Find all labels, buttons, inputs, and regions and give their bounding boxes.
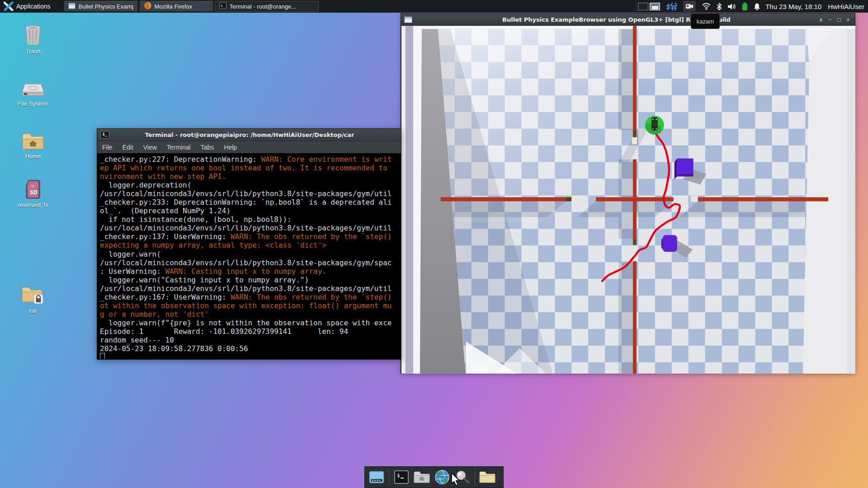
- bullet-window-title: Bullet Physics ExampleBrowser using Open…: [415, 16, 818, 23]
- terminal-line: logger.deprecation(: [100, 181, 401, 189]
- battery-icon[interactable]: [742, 2, 748, 11]
- bullet-titlebar[interactable]: Bullet Physics ExampleBrowser using Open…: [401, 14, 855, 26]
- desktop-icon-reserved-fs[interactable]: SDSDreserved_fs: [11, 177, 55, 208]
- close-button[interactable]: ×: [845, 16, 851, 23]
- terminal-line: [100, 353, 401, 359]
- terminal-output[interactable]: _checker.py:227: DeprecationWarning: WAR…: [98, 153, 401, 359]
- bullet-3d-scene[interactable]: [401, 26, 855, 374]
- dock-app-finder-icon[interactable]: [453, 468, 472, 486]
- svg-text:SD: SD: [31, 185, 35, 188]
- applications-menu-icon[interactable]: [4, 1, 14, 11]
- purple-cube-1: [675, 159, 693, 179]
- terminal-titlebar[interactable]: $_ Terminal - root@orangepiaipro: /home/…: [97, 129, 401, 141]
- terminal-line: /usr/local/miniconda3/envs/srl/lib/pytho…: [100, 189, 401, 198]
- terminal-line: g or a number, not 'dict': [100, 310, 401, 319]
- panel-clock[interactable]: Thu 23 May, 18:10: [765, 3, 821, 10]
- terminal-window-title: Terminal - root@orangepiaipro: /home/HwH…: [112, 131, 387, 138]
- wifi-icon[interactable]: [702, 3, 711, 10]
- menu-edit[interactable]: Edit: [118, 144, 138, 151]
- kazam-record-icon[interactable]: [683, 0, 696, 12]
- dock-show-desktop-icon[interactable]: [368, 468, 386, 486]
- home-icon: [11, 128, 55, 151]
- bullet-window-icon: [404, 16, 412, 23]
- menu-tabs[interactable]: Tabs: [196, 144, 219, 151]
- menu-terminal[interactable]: Terminal: [162, 144, 196, 151]
- terminal-line: _checker.py:167: UserWarning: WARN: The …: [100, 293, 401, 301]
- taskbar-button-3[interactable]: $_Terminal - root@orange...: [215, 1, 319, 12]
- taskbar-button-label: Terminal - root@orange...: [230, 3, 297, 10]
- shade-button[interactable]: ∧: [818, 16, 824, 23]
- desktop-icon-trash[interactable]: Trash: [11, 23, 55, 55]
- desktop-icon-home[interactable]: Home: [11, 128, 55, 160]
- filesystem-icon: [11, 76, 55, 99]
- applications-menu[interactable]: Applications: [16, 3, 51, 10]
- menu-help[interactable]: Help: [219, 144, 242, 151]
- terminal-line: if not isinstance(done, (bool, np.bool8)…: [100, 215, 401, 224]
- trash-icon: [11, 23, 55, 46]
- terminal-line: _checker.py:227: DeprecationWarning: WAR…: [100, 155, 401, 164]
- terminal-line: ol_`. (Deprecated NumPy 1.24): [100, 206, 401, 215]
- bottom-dock: $: [364, 466, 504, 488]
- terminal-icon: $_: [219, 2, 226, 10]
- workspace-switcher[interactable]: [638, 3, 660, 10]
- terminal-app-icon: $_: [100, 131, 109, 139]
- terminal-line: _checker.py:233: DeprecationWarning: `np…: [100, 198, 401, 206]
- taskbar-button-label: Mozilla Firefox: [155, 3, 193, 10]
- terminal-line: _checker.py:137: UserWarning: WARN: The …: [100, 232, 401, 241]
- firefox-icon: [144, 2, 151, 11]
- terminal-line: : UserWarning: WARN: Casting input x to …: [100, 267, 401, 276]
- terminal-line: ot within the observation space with exc…: [100, 301, 401, 310]
- dock-terminal-emulator-icon[interactable]: $: [392, 468, 410, 486]
- kazam-tooltip: kazam: [691, 14, 720, 29]
- volume-icon[interactable]: [727, 3, 736, 10]
- terminal-window[interactable]: $_ Terminal - root@orangepiaipro: /home/…: [97, 128, 401, 360]
- minimize-button[interactable]: −: [827, 16, 833, 23]
- dock-separator: [389, 469, 389, 485]
- desktop-icon-file-system[interactable]: File System: [11, 76, 55, 107]
- terminal-line: /usr/local/miniconda3/envs/srl/lib/pytho…: [100, 258, 401, 267]
- notifications-icon[interactable]: [753, 3, 761, 10]
- svg-text:SD: SD: [30, 189, 38, 196]
- svg-text:$: $: [397, 473, 400, 479]
- dock-file-manager-icon[interactable]: [478, 468, 496, 486]
- terminal-line: /usr/local/miniconda3/envs/srl/lib/pytho…: [100, 224, 401, 232]
- terminal-line: Episode: 1 Reward: -101.03926297399141 l…: [100, 327, 401, 336]
- purple-cube-2: [661, 235, 677, 252]
- terminal-line: ep API which returns one bool instead of…: [100, 164, 401, 172]
- bluetooth-icon[interactable]: [717, 3, 722, 10]
- desktop-icon-car[interactable]: car: [11, 283, 55, 314]
- terminal-line: nvironment with new step API.: [100, 172, 401, 181]
- window-icon: [68, 3, 75, 10]
- terminal-line: /usr/local/miniconda3/envs/srl/lib/pytho…: [100, 284, 401, 293]
- terminal-line: logger.warn("Casting input x to numpy ar…: [100, 276, 401, 284]
- terminal-cursor: [100, 353, 105, 359]
- dock-separator: [475, 469, 475, 485]
- workspace-1[interactable]: [638, 3, 648, 10]
- svg-text:$_: $_: [221, 4, 225, 8]
- taskbar-button-1[interactable]: Bullet Physics Example...: [64, 1, 138, 12]
- menu-view[interactable]: View: [138, 144, 162, 151]
- workspace-2[interactable]: [650, 3, 660, 10]
- desktop-icon-label: File System: [11, 100, 55, 107]
- panel-handle: ⋮: [54, 4, 59, 9]
- input-method-icon[interactable]: [666, 1, 677, 11]
- desktop-icon-label: reserved_fs: [11, 202, 55, 208]
- taskbar-button-2[interactable]: Mozilla Firefox: [139, 1, 213, 12]
- terminal-line: 2024-05-23 18:09:58.277836 0:00:56: [100, 344, 401, 353]
- terminal-line: expecting a numpy array, actual type: <c…: [100, 241, 401, 249]
- desktop-icon-label: Home: [11, 153, 55, 160]
- menu-file[interactable]: File: [97, 144, 118, 151]
- locked-folder-icon: [11, 283, 55, 305]
- dock-home-folder-icon[interactable]: [413, 468, 431, 486]
- dock-web-browser-icon[interactable]: [433, 468, 451, 486]
- bullet-physics-window[interactable]: Bullet Physics ExampleBrowser using Open…: [401, 13, 855, 374]
- terminal-line: logger.warn(: [100, 250, 401, 258]
- sdcard-icon: SDSD: [11, 177, 55, 200]
- top-panel: Applications ⋮ Bullet Physics Example...…: [0, 0, 868, 13]
- terminal-line: logger.warn(f"{pre} is not within the ob…: [100, 319, 401, 327]
- terminal-menubar: FileEditViewTerminalTabsHelp: [97, 141, 401, 154]
- terminal-line: random_seed--- 10: [100, 336, 401, 344]
- maximize-button[interactable]: □: [836, 16, 842, 23]
- panel-username: HwHiAiUser: [828, 3, 864, 10]
- taskbar-button-label: Bullet Physics Example...: [79, 3, 133, 10]
